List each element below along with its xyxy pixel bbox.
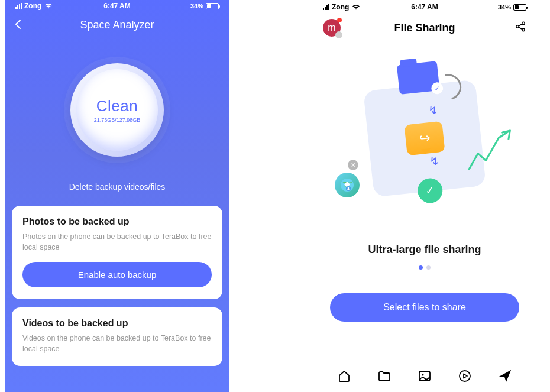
status-time: 6:47 AM xyxy=(103,2,131,10)
cards-container: Photos to be backed up Photos on the pho… xyxy=(5,192,229,366)
arrow-down-icon: ↯ xyxy=(429,154,440,169)
globe-badge[interactable] xyxy=(335,173,360,197)
folder-icon: ✓ xyxy=(397,61,440,95)
share-box-icon: ↪ xyxy=(404,121,445,155)
clean-button[interactable]: Clean 21.73GB/127.98GB xyxy=(64,57,170,163)
pagination-dots xyxy=(312,265,537,270)
svg-point-9 xyxy=(422,374,424,375)
page-title: Space Analyzer xyxy=(80,19,154,31)
space-analyzer-screen: Zong 6:47 AM 34% Space Analyzer Clean 21… xyxy=(5,0,229,392)
battery-percent: 34% xyxy=(190,2,203,9)
status-time: 6:47 AM xyxy=(411,3,438,11)
enable-backup-button[interactable]: Enable auto backup xyxy=(22,262,212,287)
dot-active[interactable] xyxy=(419,265,423,270)
card-title: Photos to be backed up xyxy=(22,216,212,227)
status-bar: Zong 6:47 AM 34% xyxy=(5,0,229,12)
svg-point-1 xyxy=(522,22,525,24)
svg-point-7 xyxy=(348,187,350,189)
arrow-down-icon: ↯ xyxy=(428,102,439,118)
share-arrow-icon: ↪ xyxy=(419,130,431,147)
svg-rect-8 xyxy=(419,371,430,381)
carrier-label: Zong xyxy=(332,3,349,11)
signal-icon xyxy=(323,4,329,10)
battery-icon xyxy=(206,3,219,9)
back-button[interactable] xyxy=(14,18,21,33)
svg-line-4 xyxy=(519,27,522,30)
tab-bar xyxy=(312,359,537,392)
home-tab[interactable] xyxy=(337,369,351,383)
avatar[interactable]: m xyxy=(323,19,341,37)
signal-icon xyxy=(15,3,22,9)
clean-label: Clean xyxy=(96,97,138,115)
svg-point-0 xyxy=(516,25,519,27)
success-check-icon: ✓ xyxy=(416,177,444,204)
close-badge[interactable]: ✕ xyxy=(348,160,358,170)
headline: Ultra-large file sharing xyxy=(312,244,537,256)
status-right: 34% xyxy=(498,4,526,11)
clean-section: Clean 21.73GB/127.98GB Delete backup vid… xyxy=(5,36,229,192)
illustration-bg: ✓ ↯ ↪ ↯ ✓ xyxy=(363,80,486,197)
status-bar: Zong 6:47 AM 34% xyxy=(312,0,537,12)
svg-point-2 xyxy=(522,28,525,31)
select-files-button[interactable]: Select files to share xyxy=(330,293,519,322)
file-sharing-screen: Zong 6:47 AM 34% m File Sharing ✓ ↯ ↪ ↯ … xyxy=(312,0,537,392)
card-desc: Videos on the phone can be backed up to … xyxy=(22,333,212,354)
share-tab-active[interactable] xyxy=(498,369,512,383)
storage-text: 21.73GB/127.98GB xyxy=(94,117,141,123)
status-left: Zong xyxy=(323,2,360,12)
videos-card: Videos to be backed up Videos on the pho… xyxy=(12,307,222,366)
trend-arrow-icon xyxy=(464,129,516,176)
card-title: Videos to be backed up xyxy=(22,318,212,329)
carrier-label: Zong xyxy=(24,2,41,10)
status-right: 34% xyxy=(190,2,219,9)
svg-point-10 xyxy=(460,371,470,381)
share-icon[interactable] xyxy=(515,21,526,35)
wifi-icon xyxy=(44,1,53,11)
header: Space Analyzer xyxy=(5,12,229,36)
page-title: File Sharing xyxy=(394,22,455,34)
wifi-icon xyxy=(352,2,360,12)
card-desc: Photos on the phone can be backed up to … xyxy=(22,232,212,252)
svg-line-3 xyxy=(519,24,522,26)
illustration: ✓ ↯ ↪ ↯ ✓ xyxy=(312,50,537,227)
delete-caption: Delete backup videos/files xyxy=(69,182,166,192)
video-tab[interactable] xyxy=(458,369,472,383)
photos-tab[interactable] xyxy=(418,369,432,383)
files-tab[interactable] xyxy=(377,369,392,383)
battery-percent: 34% xyxy=(498,4,511,11)
dot[interactable] xyxy=(426,265,431,270)
photos-card: Photos to be backed up Photos on the pho… xyxy=(12,206,222,299)
status-left: Zong xyxy=(15,1,53,11)
header: m File Sharing xyxy=(312,12,537,44)
battery-icon xyxy=(513,4,526,11)
